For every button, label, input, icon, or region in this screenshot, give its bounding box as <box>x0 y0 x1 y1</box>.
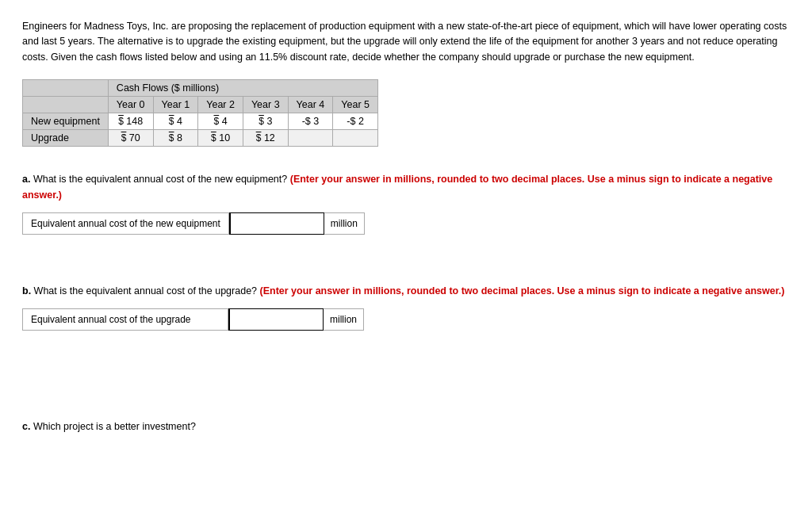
question-a-answer-row: Equivalent annual cost of the new equipm… <box>22 212 790 235</box>
question-b-input[interactable] <box>228 308 324 331</box>
question-b-highlight: (Enter your answer in millions, rounded … <box>260 285 785 296</box>
table-col-empty <box>23 97 109 113</box>
question-a-input[interactable] <box>229 212 324 235</box>
table-col-year4: Year 4 <box>288 97 333 113</box>
question-c-block: c. Which project is a better investment? <box>22 421 790 432</box>
question-a-text: a. What is the equivalent annual cost of… <box>22 172 790 203</box>
table-cell-upgrade-y2: $ 10 <box>198 130 243 147</box>
table-cell-new-eq-y0: $ 148 <box>108 113 153 130</box>
question-b-block: b. What is the equivalent annual cost of… <box>22 284 790 331</box>
table-col-year3: Year 3 <box>243 97 288 113</box>
cash-flows-table-wrapper: Cash Flows ($ millions) Year 0 Year 1 Ye… <box>22 79 790 147</box>
question-c-label: c. <box>22 421 33 432</box>
question-b-text: b. What is the equivalent annual cost of… <box>22 284 790 299</box>
table-cell-new-eq-y5: -$ 2 <box>333 113 378 130</box>
question-a-block: a. What is the equivalent annual cost of… <box>22 172 790 235</box>
question-b-field-label: Equivalent annual cost of the upgrade <box>22 308 228 331</box>
table-col-year5: Year 5 <box>333 97 378 113</box>
table-cell-upgrade-y0: $ 70 <box>108 130 153 147</box>
table-cell-upgrade-y4 <box>288 130 333 147</box>
table-cell-new-eq-y4: -$ 3 <box>288 113 333 130</box>
question-a-field-label: Equivalent annual cost of the new equipm… <box>22 212 229 235</box>
cash-flows-table: Cash Flows ($ millions) Year 0 Year 1 Ye… <box>22 79 378 147</box>
intro-paragraph: Engineers for Madness Toys, Inc. are pro… <box>22 19 790 65</box>
table-row-label-header <box>23 80 109 97</box>
table-col-year2: Year 2 <box>198 97 243 113</box>
question-b-answer-row: Equivalent annual cost of the upgrade mi… <box>22 308 790 331</box>
table-cell-label-upgrade: Upgrade <box>23 130 109 147</box>
table-cell-label-new-eq: New equipment <box>23 113 109 130</box>
question-a-label: a. <box>22 174 33 185</box>
table-cell-upgrade-y3: $ 12 <box>243 130 288 147</box>
table-row-upgrade: Upgrade $ 70 $ 8 $ 10 $ 12 <box>23 130 378 147</box>
table-col-year0: Year 0 <box>108 97 153 113</box>
table-cell-upgrade-y1: $ 8 <box>153 130 198 147</box>
table-cell-upgrade-y5 <box>333 130 378 147</box>
question-b-label: b. <box>22 285 34 296</box>
table-cell-new-eq-y3: $ 3 <box>243 113 288 130</box>
table-cell-new-eq-y2: $ 4 <box>198 113 243 130</box>
question-b-unit: million <box>324 308 364 331</box>
question-a-highlight: (Enter your answer in millions, rounded … <box>22 174 772 200</box>
question-c-text: Which project is a better investment? <box>33 421 196 432</box>
table-cell-new-eq-y1: $ 4 <box>153 113 198 130</box>
table-row-new-equipment: New equipment $ 148 $ 4 $ 4 $ 3 -$ 3 -$ … <box>23 113 378 130</box>
table-col-year1: Year 1 <box>153 97 198 113</box>
question-a-unit: million <box>324 212 365 235</box>
table-header-cashflows: Cash Flows ($ millions) <box>108 80 377 97</box>
